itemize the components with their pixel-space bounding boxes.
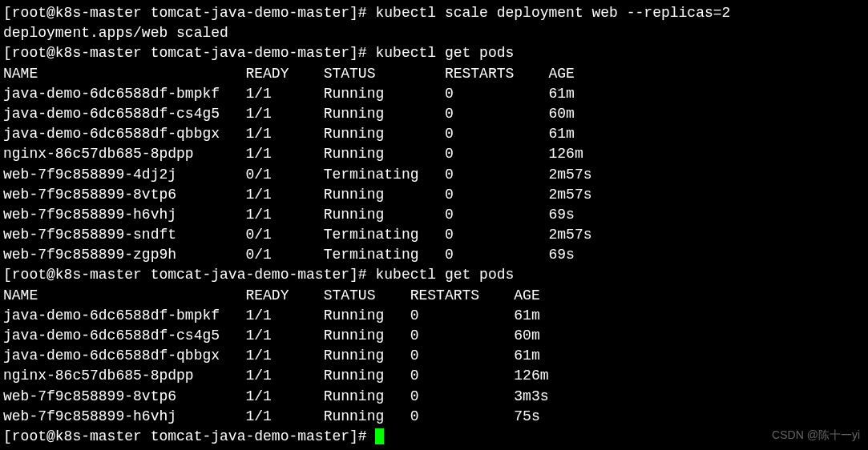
table-row: web-7f9c858899-zgp9h 0/1 Terminating 0 6… (3, 245, 865, 265)
prompt-line-active[interactable]: [root@k8s-master tomcat-java-demo-master… (3, 427, 865, 447)
table-row: java-demo-6dc6588df-cs4g5 1/1 Running 0 … (3, 104, 865, 124)
table-row: web-7f9c858899-8vtp6 1/1 Running 0 3m3s (3, 387, 865, 407)
table-row: java-demo-6dc6588df-bmpkf 1/1 Running 0 … (3, 84, 865, 104)
terminal-output[interactable]: [root@k8s-master tomcat-java-demo-master… (3, 3, 865, 447)
output-line: deployment.apps/web scaled (3, 23, 865, 43)
table-row: web-7f9c858899-4dj2j 0/1 Terminating 0 2… (3, 165, 865, 185)
table-row: web-7f9c858899-h6vhj 1/1 Running 0 75s (3, 407, 865, 427)
table-row: nginx-86c57db685-8pdpp 1/1 Running 0 126… (3, 366, 865, 386)
table-header: NAME READY STATUS RESTARTS AGE (3, 286, 865, 306)
table-header: NAME READY STATUS RESTARTS AGE (3, 64, 865, 84)
prompt-line: [root@k8s-master tomcat-java-demo-master… (3, 43, 865, 63)
table-row: nginx-86c57db685-8pdpp 1/1 Running 0 126… (3, 144, 865, 164)
table-row: java-demo-6dc6588df-qbbgx 1/1 Running 0 … (3, 346, 865, 366)
table-row: java-demo-6dc6588df-qbbgx 1/1 Running 0 … (3, 124, 865, 144)
table-row: web-7f9c858899-8vtp6 1/1 Running 0 2m57s (3, 185, 865, 205)
table-row: web-7f9c858899-sndft 0/1 Terminating 0 2… (3, 225, 865, 245)
table-row: java-demo-6dc6588df-cs4g5 1/1 Running 0 … (3, 326, 865, 346)
cursor-icon (375, 428, 384, 444)
watermark: CSDN @陈十一yi (772, 428, 860, 444)
prompt-line: [root@k8s-master tomcat-java-demo-master… (3, 3, 865, 23)
table-row: java-demo-6dc6588df-bmpkf 1/1 Running 0 … (3, 306, 865, 326)
prompt-line: [root@k8s-master tomcat-java-demo-master… (3, 265, 865, 285)
table-row: web-7f9c858899-h6vhj 1/1 Running 0 69s (3, 205, 865, 225)
